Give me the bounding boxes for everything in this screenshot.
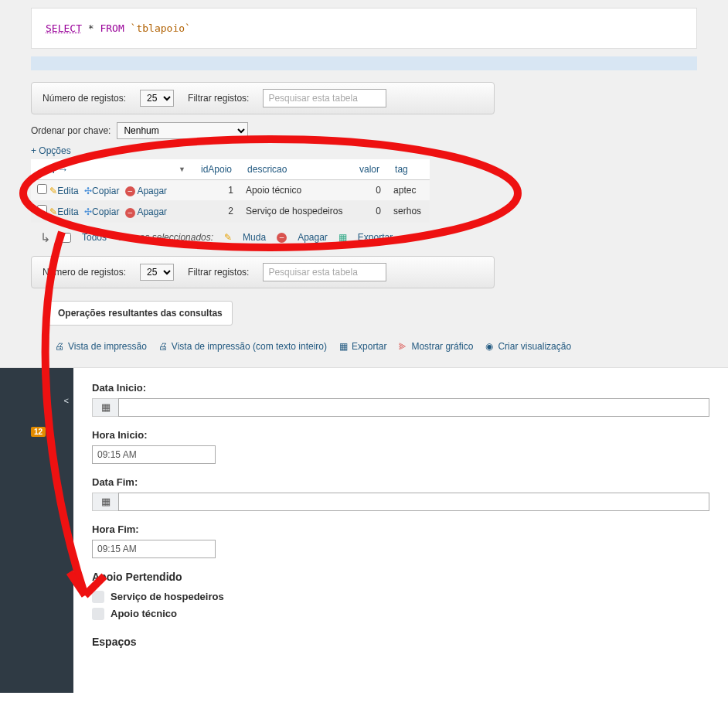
apoio-heading: Apoio Pertendido [92,571,709,583]
export-icon: ▦ [338,341,349,352]
pencil-icon: ✎ [49,186,57,196]
header-arrows-icon: ←T→ [39,163,70,176]
apoio-option[interactable]: Serviço de hospedeiros [92,591,709,603]
message-bar [31,56,697,70]
exportar-link[interactable]: Exportar [358,232,393,243]
copy-icon: ✣ [84,206,92,217]
delete-icon: – [125,186,135,196]
copy-link[interactable]: Copiar [92,206,119,217]
apoio-option-label: Apoio técnico [111,608,177,619]
exportar-ops-link[interactable]: ▦Exportar [338,341,386,352]
apoio-option-label: Serviço de hospedeiros [111,591,224,602]
com-os-label: Com os seleccionados: [117,232,213,243]
num-registos-select-bottom[interactable]: 25 [140,264,174,281]
muda-link[interactable]: Muda [243,232,266,243]
sql-table-name: `tblapoio` [131,22,191,34]
chart-icon: ⫸ [397,341,408,352]
below-table-actions: ↳ Todos Com os seleccionados: ✎Muda – Ap… [40,230,697,245]
cell-descricao: Serviço de hospedeiros [240,201,352,222]
print-view-link[interactable]: 🖨Vista de impressão [54,341,147,352]
sidebar-badge[interactable]: 12 [31,427,46,437]
hora-fim-label: Hora Fim: [92,523,709,535]
checkbox-icon[interactable] [92,591,104,603]
espacos-heading: Espaços [92,636,709,648]
num-registos-label: Número de registos: [43,267,126,278]
filtrar-label: Filtrar registos: [188,267,249,278]
ops-title-box: Operações resultantes das consultas [48,301,233,326]
export-icon: ▦ [338,232,347,243]
criar-visualizacao-link[interactable]: ◉Criar visualização [484,341,571,352]
results-table: ←T→ ▼ idApoio descricao valor tag ✎Edita… [31,159,430,223]
sql-star: * [88,22,94,34]
edit-link[interactable]: Edita [57,206,78,217]
num-registos-select[interactable]: 25 [140,90,174,107]
cell-valor: 0 [352,180,387,201]
calendar-icon[interactable]: ▦ [92,398,118,417]
table-row: ✎Edita ✣Copiar – Apagar 1 Apoio técnico … [31,180,430,201]
apagar-link[interactable]: Apagar [298,232,328,243]
todos-link[interactable]: Todos [82,232,107,243]
mostrar-grafico-link[interactable]: ⫸Mostrar gráfico [397,341,473,352]
table-row: ✎Edita ✣Copiar – Apagar 2 Serviço de hos… [31,201,430,222]
form-section: < 12 Data Inicio: ▦ Hora Inicio: Data Fi… [0,368,728,693]
cell-tag: serhos [387,201,430,222]
actions-header[interactable]: ←T→ ▼ [31,159,193,180]
dark-sidebar: < 12 [0,368,73,693]
delete-icon: – [125,208,135,218]
delete-link[interactable]: Apagar [137,206,167,217]
calendar-icon[interactable]: ▦ [92,493,118,511]
col-valor[interactable]: valor [352,159,387,180]
sql-keyword-select: SELECT [46,22,82,34]
sort-row: Ordenar por chave: Nenhum [31,122,697,139]
data-fim-label: Data Fim: [92,476,709,488]
copy-link[interactable]: Copiar [92,186,119,196]
col-idapoio[interactable]: idApoio [193,159,240,180]
filtrar-label: Filtrar registos: [188,93,249,104]
pencil-icon: ✎ [224,232,232,243]
records-toolbar-top: Número de registos: 25 Filtrar registos: [31,82,495,114]
printer-icon: 🖨 [54,341,65,352]
sort-label: Ordenar por chave: [31,125,111,136]
ops-links-row: 🖨Vista de impressão 🖨Vista de impressão … [54,341,697,352]
cell-valor: 0 [352,201,387,222]
data-inicio-label: Data Inicio: [92,382,709,394]
hora-inicio-label: Hora Inicio: [92,429,709,441]
data-fim-input[interactable] [118,493,709,511]
data-inicio-input[interactable] [118,398,709,417]
sort-triangle-icon: ▼ [179,165,185,173]
print-full-link[interactable]: 🖨Vista de impressão (com texto inteiro) [158,341,327,352]
col-tag[interactable]: tag [387,159,430,180]
hora-inicio-input[interactable] [92,445,216,464]
row-checkbox[interactable] [37,205,47,215]
cell-id: 2 [193,201,240,222]
records-toolbar-bottom: Número de registos: 25 Filtrar registos: [31,256,495,288]
opcoes-toggle[interactable]: + Opções [31,145,697,156]
checkbox-icon[interactable] [92,608,104,620]
copy-icon: ✣ [84,186,92,196]
check-all[interactable] [61,233,71,243]
up-arrow-icon: ↳ [40,230,50,245]
sort-select[interactable]: Nenhum [117,122,248,139]
delete-icon: – [277,233,287,243]
sidebar-collapse-icon[interactable]: < [64,396,69,405]
cell-descricao: Apoio técnico [240,180,352,201]
sql-query-box: SELECT * FROM `tblapoio` [31,8,697,49]
edit-link[interactable]: Edita [57,186,78,196]
filtrar-input-bottom[interactable] [263,263,386,281]
pencil-icon: ✎ [49,206,57,217]
apoio-option[interactable]: Apoio técnico [92,608,709,620]
delete-link[interactable]: Apagar [137,186,167,196]
col-descricao[interactable]: descricao [240,159,352,180]
cell-id: 1 [193,180,240,201]
eye-icon: ◉ [484,341,495,352]
printer-icon: 🖨 [158,341,168,352]
filtrar-input-top[interactable] [263,89,386,107]
hora-fim-input[interactable] [92,540,216,558]
sql-keyword-from: FROM [100,22,124,34]
row-checkbox[interactable] [37,184,47,194]
num-registos-label: Número de registos: [43,93,126,104]
cell-tag: aptec [387,180,430,201]
